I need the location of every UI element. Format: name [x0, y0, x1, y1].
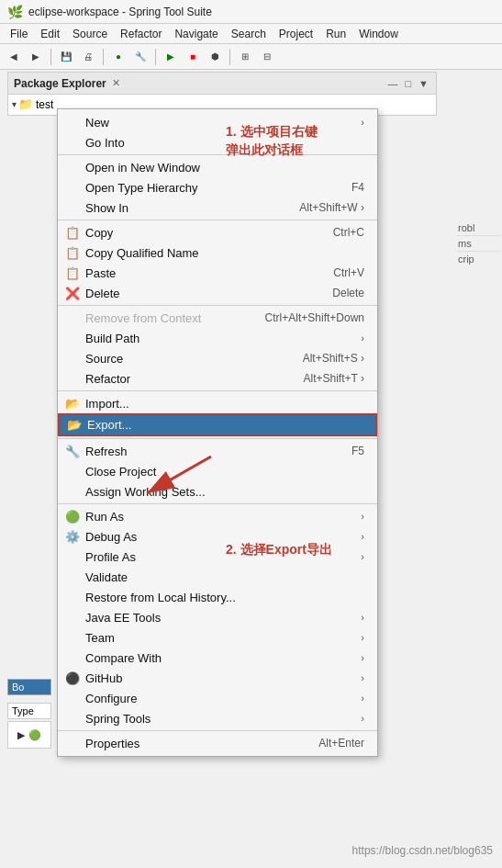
- ctx-item-open-type-hierarchy[interactable]: Open Type HierarchyF4: [58, 177, 377, 197]
- ctx-item-export[interactable]: 📂Export...: [58, 413, 377, 436]
- toolbar-btn-2[interactable]: ▶: [26, 47, 46, 67]
- ctx-label-team: Team: [85, 631, 115, 645]
- ctx-label-refactor: Refactor: [85, 372, 130, 386]
- ctx-label-copy-qualified-name: Copy Qualified Name: [85, 246, 199, 260]
- menu-edit[interactable]: Edit: [34, 26, 66, 42]
- menu-project[interactable]: Project: [273, 26, 319, 42]
- menu-bar: File Edit Source Refactor Navigate Searc…: [0, 24, 502, 44]
- toolbar-btn-1[interactable]: ◀: [4, 47, 24, 67]
- toolbar-sep-3: [155, 49, 156, 65]
- ctx-item-copy-qualified-name[interactable]: 📋Copy Qualified Name: [58, 242, 377, 263]
- menu-file[interactable]: File: [4, 26, 34, 42]
- ctx-item-paste[interactable]: 📋PasteCtrl+V: [58, 263, 377, 283]
- ctx-arrow-github: ›: [361, 672, 364, 683]
- sep-sep7: [58, 730, 377, 731]
- ctx-shortcut-open-type-hierarchy: F4: [333, 181, 364, 194]
- ctx-item-new[interactable]: New›: [58, 112, 377, 132]
- watermark: https://blog.csdn.net/blog635: [352, 844, 493, 857]
- ctx-label-go-into: Go Into: [85, 136, 125, 150]
- svg-line-1: [147, 457, 211, 493]
- panel-close-button[interactable]: ✕: [112, 77, 120, 89]
- tree-item-label: test: [36, 98, 53, 111]
- ctx-icon-run-as: 🟢: [65, 510, 80, 524]
- ctx-item-run-as[interactable]: 🟢Run As›: [58, 506, 377, 526]
- ctx-item-import[interactable]: 📂Import...: [58, 393, 377, 413]
- ctx-shortcut-show-in: Alt+Shift+W ›: [281, 201, 364, 214]
- ctx-label-import: Import...: [85, 397, 129, 411]
- ctx-label-compare-with: Compare With: [85, 651, 162, 665]
- panel-header: Package Explorer ✕ — □ ▼: [8, 73, 436, 95]
- toolbar-btn-9[interactable]: ⬢: [205, 47, 225, 67]
- ctx-item-restore-local-history[interactable]: Restore from Local History...: [58, 587, 377, 607]
- bottom-input-type[interactable]: Type: [7, 703, 51, 719]
- ctx-label-paste: Paste: [85, 266, 116, 280]
- toolbar-btn-3[interactable]: 💾: [56, 47, 76, 67]
- ctx-arrow-debug-as: ›: [361, 531, 364, 542]
- title-bar-text: eclipse-workspace - Spring Tool Suite: [28, 6, 212, 18]
- tree-arrow: ▾: [12, 99, 17, 109]
- ctx-arrow-new: ›: [361, 117, 364, 128]
- ctx-label-delete: Delete: [85, 287, 120, 300]
- ctx-item-remove-from-context: Remove from ContextCtrl+Alt+Shift+Down: [58, 308, 377, 328]
- panel-minimize-icon[interactable]: —: [385, 78, 399, 89]
- bottom-tab-bo[interactable]: Bo: [7, 679, 51, 695]
- menu-window[interactable]: Window: [352, 26, 405, 42]
- toolbar-btn-5[interactable]: ●: [108, 47, 128, 67]
- menu-source[interactable]: Source: [66, 26, 114, 42]
- ctx-label-show-in: Show In: [85, 201, 128, 215]
- ctx-item-go-into[interactable]: Go Into: [58, 132, 377, 152]
- sep-sep5: [58, 438, 377, 439]
- ctx-shortcut-delete: Delete: [314, 287, 364, 299]
- ctx-icon-paste: 📋: [65, 266, 80, 280]
- ctx-item-copy[interactable]: 📋CopyCtrl+C: [58, 222, 377, 242]
- ctx-item-properties[interactable]: PropertiesAlt+Enter: [58, 733, 377, 753]
- ctx-item-spring-tools[interactable]: Spring Tools›: [58, 708, 377, 728]
- toolbar-btn-4[interactable]: 🖨: [78, 47, 98, 67]
- right-label-1: robl: [456, 220, 500, 236]
- menu-refactor[interactable]: Refactor: [114, 26, 168, 42]
- right-panel-labels: robl ms crip: [456, 220, 500, 266]
- ctx-item-configure[interactable]: Configure›: [58, 688, 377, 708]
- toolbar-btn-6[interactable]: 🔧: [130, 47, 151, 67]
- callout-2: 2. 选择Export导出: [226, 542, 332, 558]
- tree-folder-icon: 📁: [18, 97, 33, 111]
- menu-run[interactable]: Run: [319, 26, 352, 42]
- ctx-label-java-ee-tools: Java EE Tools: [85, 611, 161, 625]
- ctx-arrow-build-path: ›: [361, 333, 364, 344]
- ctx-item-source[interactable]: SourceAlt+Shift+S ›: [58, 348, 377, 368]
- panel-maximize-icon[interactable]: □: [403, 78, 413, 89]
- ctx-item-build-path[interactable]: Build Path›: [58, 328, 377, 348]
- menu-search[interactable]: Search: [225, 26, 273, 42]
- context-menu: New›Go IntoOpen in New WindowOpen Type H…: [57, 108, 378, 757]
- bottom-tree-item: ▶ 🟢: [7, 721, 51, 749]
- right-label-2: ms: [456, 236, 500, 252]
- title-bar: 🌿 eclipse-workspace - Spring Tool Suite: [0, 0, 502, 24]
- panel-menu-icon[interactable]: ▼: [417, 78, 430, 89]
- ctx-label-debug-as: Debug As: [85, 530, 137, 544]
- toolbar-sep-2: [103, 49, 104, 65]
- ctx-shortcut-paste: Ctrl+V: [315, 266, 364, 279]
- ctx-label-copy: Copy: [85, 226, 113, 240]
- ctx-item-open-new-window[interactable]: Open in New Window: [58, 157, 377, 177]
- toolbar-btn-7[interactable]: ▶: [161, 47, 181, 67]
- ctx-shortcut-refactor: Alt+Shift+T ›: [285, 372, 364, 385]
- ctx-label-source: Source: [85, 352, 123, 366]
- ctx-item-delete[interactable]: ❌DeleteDelete: [58, 283, 377, 303]
- ctx-item-show-in[interactable]: Show InAlt+Shift+W ›: [58, 197, 377, 218]
- toolbar-btn-11[interactable]: ⊟: [257, 47, 277, 67]
- ctx-item-team[interactable]: Team›: [58, 627, 377, 648]
- ctx-item-refactor[interactable]: RefactorAlt+Shift+T ›: [58, 368, 377, 389]
- ctx-icon-import: 📂: [65, 397, 80, 411]
- toolbar-btn-10[interactable]: ⊞: [235, 47, 255, 67]
- toolbar-btn-8[interactable]: ■: [183, 47, 203, 67]
- ctx-icon-copy: 📋: [65, 226, 80, 240]
- toolbar-sep-1: [50, 49, 51, 65]
- red-arrow-icon: [119, 447, 229, 502]
- menu-navigate[interactable]: Navigate: [168, 26, 224, 42]
- ctx-item-java-ee-tools[interactable]: Java EE Tools›: [58, 607, 377, 627]
- ctx-arrow-compare-with: ›: [361, 652, 364, 663]
- ctx-item-compare-with[interactable]: Compare With›: [58, 648, 377, 668]
- ctx-item-github[interactable]: ⚫GitHub›: [58, 668, 377, 688]
- ctx-item-validate[interactable]: Validate: [58, 567, 377, 587]
- ctx-arrow-configure: ›: [361, 693, 364, 704]
